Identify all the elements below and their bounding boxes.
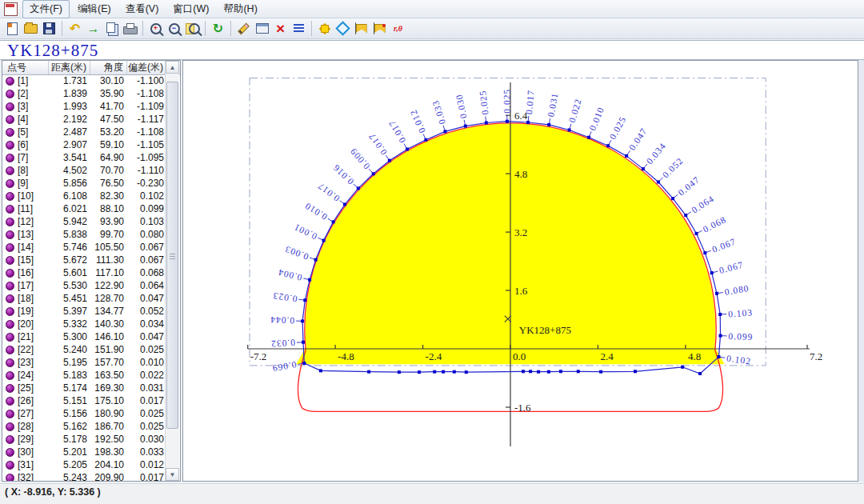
- delete-button[interactable]: ×: [271, 20, 290, 38]
- table-row[interactable]: [30] 5.201 198.30 0.033: [2, 446, 166, 458]
- menu-window[interactable]: 窗口(W): [166, 1, 215, 18]
- menu-help[interactable]: 帮助(H): [217, 1, 263, 18]
- table-row[interactable]: [17] 5.530 122.90 0.064: [2, 279, 166, 292]
- scrollbar-thumb[interactable]: [166, 82, 178, 429]
- export-arrow-icon: →: [87, 22, 100, 35]
- table-row[interactable]: [8] 4.502 70.70 -1.110: [2, 164, 166, 177]
- table-row[interactable]: [29] 5.178 192.50 0.030: [2, 433, 166, 446]
- toolbar-separator: [62, 21, 62, 36]
- point-bullet-icon: [6, 282, 14, 290]
- header-deviation[interactable]: 偏差(米): [127, 61, 166, 74]
- table-row[interactable]: [14] 5.746 105.50 0.067: [2, 241, 166, 254]
- header-point-id[interactable]: 点号: [2, 61, 49, 74]
- toolbar: ↶ → + − ↻ × r,θ: [0, 18, 864, 39]
- svg-text:0.067: 0.067: [710, 237, 737, 254]
- table-row[interactable]: [23] 5.195 157.70 0.010: [2, 356, 166, 369]
- table-row[interactable]: [27] 5.156 180.90 0.025: [2, 407, 166, 420]
- point-bullet-icon: [6, 218, 14, 226]
- new-file-button[interactable]: [3, 20, 22, 38]
- save-button[interactable]: [40, 20, 58, 38]
- point-bullet-icon: [6, 448, 14, 457]
- refresh-button[interactable]: ↻: [209, 20, 227, 38]
- table-row[interactable]: [22] 5.240 151.90 0.025: [2, 343, 166, 356]
- menu-file[interactable]: 文件(F): [22, 0, 70, 18]
- menu-edit[interactable]: 编辑(E): [71, 1, 118, 18]
- node-edit-button[interactable]: [334, 20, 352, 38]
- table-row[interactable]: [4] 2.192 47.50 -1.117: [2, 113, 166, 126]
- table-row[interactable]: [1] 1.731 30.10 -1.100: [2, 74, 166, 87]
- table-row[interactable]: [2] 1.839 35.90 -1.108: [2, 87, 166, 100]
- header-angle[interactable]: 角度: [90, 61, 127, 74]
- zoom-extent-button[interactable]: [183, 20, 202, 38]
- scroll-down-arrow[interactable]: ▼: [166, 468, 179, 481]
- polar-coords-button[interactable]: r,θ: [389, 20, 407, 38]
- table-scrollbar[interactable]: ▲ ▼: [165, 61, 179, 481]
- svg-text:0.064: 0.064: [690, 194, 715, 215]
- table-row[interactable]: [25] 5.174 169.30 0.031: [2, 382, 166, 394]
- table-row[interactable]: [16] 5.601 117.10 0.068: [2, 266, 166, 279]
- table-row[interactable]: [18] 5.451 128.70 0.047: [2, 292, 166, 305]
- section-plot-panel[interactable]: -7.2-4.8-2.40.02.44.87.2-1.61.63.24.86.4…: [182, 60, 858, 482]
- svg-text:0.010: 0.010: [302, 201, 329, 222]
- table-row[interactable]: [15] 5.672 111.30 0.067: [2, 254, 166, 266]
- zoom-out-icon: −: [169, 23, 180, 34]
- flag-icon: [356, 24, 367, 33]
- tunnel-section-chart[interactable]: -7.2-4.8-2.40.02.44.87.2-1.61.63.24.86.4…: [183, 61, 858, 481]
- zoom-out-button[interactable]: −: [165, 20, 183, 38]
- print-button[interactable]: [121, 20, 139, 38]
- table-row[interactable]: [31] 5.205 204.10 0.012: [2, 458, 166, 471]
- table-row[interactable]: [19] 5.397 134.77 0.052: [2, 305, 166, 318]
- table-row[interactable]: [10] 6.108 82.30 0.102: [2, 190, 166, 202]
- cursor-coordinates: ( X: -8.916, Y: 5.336 ): [5, 486, 101, 498]
- table-row[interactable]: [6] 2.907 59.10 -1.105: [2, 138, 166, 151]
- copy-button[interactable]: [102, 20, 121, 38]
- svg-text:0.012: 0.012: [408, 108, 427, 134]
- svg-text:0.010: 0.010: [587, 106, 606, 132]
- point-bullet-icon: [6, 128, 14, 137]
- flash-button[interactable]: [315, 20, 334, 38]
- point-bullet-icon: [6, 115, 14, 124]
- point-list-button[interactable]: [290, 20, 308, 38]
- export-button[interactable]: →: [84, 20, 102, 38]
- table-row[interactable]: [24] 5.183 163.50 0.022: [2, 369, 166, 382]
- point-bullet-icon: [6, 154, 14, 162]
- table-row[interactable]: [12] 5.942 93.90 0.103: [2, 215, 166, 228]
- toolbar-separator: [142, 21, 143, 36]
- svg-text:0.102: 0.102: [726, 354, 751, 366]
- point-bullet-icon: [6, 474, 14, 482]
- zoom-in-button[interactable]: +: [146, 20, 165, 38]
- table-row[interactable]: [13] 5.838 99.70 0.080: [2, 228, 166, 241]
- svg-text:0.099: 0.099: [728, 331, 753, 342]
- table-row[interactable]: [26] 5.151 175.10 0.017: [2, 394, 166, 407]
- svg-text:0.001: 0.001: [292, 222, 318, 242]
- toolbar-separator: [311, 21, 312, 36]
- menu-bar: 文件(F) 编辑(E) 查看(V) 窗口(W) 帮助(H): [0, 0, 864, 18]
- properties-button[interactable]: [253, 20, 271, 38]
- svg-text:0.034: 0.034: [645, 141, 668, 166]
- scroll-up-arrow[interactable]: ▲: [166, 61, 179, 74]
- point-bullet-icon: [6, 102, 14, 111]
- flag-button[interactable]: [352, 20, 370, 38]
- flag-edit-button[interactable]: [370, 20, 389, 38]
- properties-icon: [256, 23, 269, 34]
- table-row[interactable]: [3] 1.993 41.70 -1.109: [2, 100, 166, 113]
- table-row[interactable]: [9] 5.856 76.50 -0.230: [2, 177, 166, 190]
- pencil-icon: [238, 22, 250, 34]
- table-row[interactable]: [28] 5.162 186.70 0.025: [2, 420, 166, 433]
- menu-view[interactable]: 查看(V): [119, 1, 166, 18]
- svg-text:0.068: 0.068: [702, 214, 728, 234]
- point-bullet-icon: [6, 77, 14, 86]
- import-button[interactable]: ↶: [66, 20, 84, 38]
- table-row[interactable]: [21] 5.300 146.10 0.047: [2, 330, 166, 343]
- plot-canvas[interactable]: -7.2-4.8-2.40.02.44.87.2-1.61.63.24.86.4…: [183, 61, 858, 481]
- table-row[interactable]: [7] 3.541 64.90 -1.095: [2, 151, 166, 164]
- open-file-button[interactable]: [22, 20, 40, 38]
- table-row[interactable]: [32] 5.243 209.90 0.017: [2, 471, 166, 482]
- red-dot-icon: [382, 24, 386, 27]
- table-row[interactable]: [5] 2.487 53.20 -1.108: [2, 126, 166, 138]
- table-row[interactable]: [20] 5.332 140.30 0.034: [2, 318, 166, 330]
- table-header: 点号 距离(米) 角度 偏差(米): [2, 61, 180, 75]
- table-row[interactable]: [11] 6.021 88.10 0.099: [2, 202, 166, 215]
- edit-button[interactable]: [234, 20, 253, 38]
- header-distance[interactable]: 距离(米): [49, 61, 90, 74]
